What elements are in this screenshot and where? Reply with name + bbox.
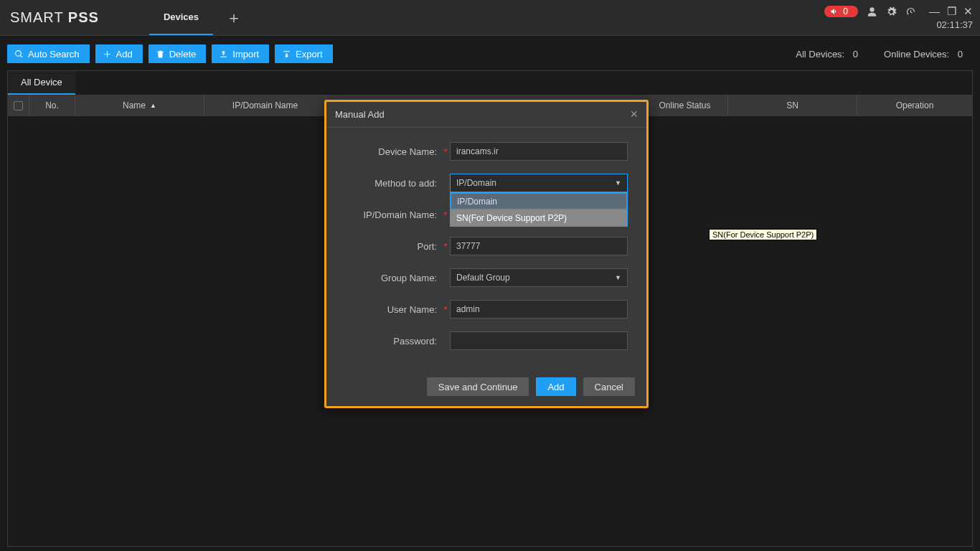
new-tab-button[interactable]: ＋: [226, 7, 242, 29]
sort-asc-icon: ▲: [150, 102, 156, 109]
online-devices-label: Online Devices:: [884, 49, 949, 60]
delete-label: Delete: [169, 49, 197, 60]
label-group: Group Name:: [334, 273, 441, 283]
required-marker: *: [441, 304, 450, 315]
clock: 02:11:37: [936, 19, 973, 30]
method-select[interactable]: IP/Domain ▼: [450, 174, 628, 192]
close-button[interactable]: ✕: [963, 5, 973, 18]
required-marker: *: [441, 146, 450, 157]
col-name-label: Name: [123, 100, 146, 110]
dialog-title: Manual Add: [335, 109, 385, 120]
cancel-button[interactable]: Cancel: [583, 377, 635, 396]
col-name[interactable]: Name▲: [75, 95, 204, 116]
export-label: Export: [296, 49, 323, 60]
alert-badge[interactable]: 0: [824, 6, 858, 17]
row-device-name: Device Name: *: [334, 141, 628, 162]
add-label: Add: [116, 49, 133, 60]
tooltip: SN(For Device Support P2P): [709, 229, 817, 240]
label-user: User Name:: [334, 304, 441, 315]
app-name-part2: PSS: [68, 9, 99, 25]
table-tab-strip: All Device: [7, 70, 973, 95]
row-password: Password: *: [334, 330, 628, 352]
search-icon: [14, 50, 24, 59]
row-group: Group Name: * Default Group ▼: [334, 267, 628, 288]
window-controls: — ❐ ✕: [929, 5, 973, 18]
col-no[interactable]: No.: [29, 95, 75, 116]
import-icon: [219, 50, 228, 59]
group-selected-value: Default Group: [456, 273, 510, 283]
row-port: Port: *: [334, 235, 628, 257]
dropdown-option-sn[interactable]: SN(For Device Support P2P): [451, 209, 627, 226]
all-devices-label: All Devices:: [796, 49, 844, 60]
auto-search-label: Auto Search: [28, 49, 80, 60]
group-select[interactable]: Default Group ▼: [450, 268, 628, 287]
title-bar: SMART PSS Devices ＋ 0 — ❐ ✕ 02:11:37: [0, 0, 980, 36]
dialog-header: Manual Add ×: [326, 102, 646, 128]
minimize-button[interactable]: —: [929, 5, 940, 18]
online-devices-count: 0: [958, 49, 963, 60]
import-label: Import: [232, 49, 259, 60]
maximize-button[interactable]: ❐: [947, 5, 956, 18]
method-dropdown: IP/Domain SN(For Device Support P2P) SN(…: [450, 192, 628, 227]
row-user: User Name: *: [334, 298, 628, 320]
row-method: Method to add: * IP/Domain ▼ IP/Domain S…: [334, 172, 628, 194]
toolbar: Auto Search Add Delete Import Export All…: [7, 42, 973, 66]
col-ip[interactable]: IP/Domain Name: [204, 95, 326, 116]
col-operation[interactable]: Operation: [857, 95, 972, 116]
add-button[interactable]: Add: [95, 44, 143, 63]
all-devices-stat: All Devices: 0: [796, 49, 858, 60]
user-icon[interactable]: [867, 6, 877, 17]
alert-count: 0: [843, 6, 848, 17]
import-button[interactable]: Import: [212, 44, 269, 63]
app-title: SMART PSS: [10, 9, 99, 26]
header-tabs: Devices ＋: [149, 0, 242, 35]
dashboard-icon[interactable]: [905, 6, 916, 17]
add-device-button[interactable]: Add: [536, 377, 575, 396]
port-input[interactable]: [450, 237, 628, 255]
export-icon: [282, 50, 291, 59]
manual-add-dialog: Manual Add × Device Name: * Method to ad…: [324, 100, 649, 408]
plus-icon: [103, 50, 112, 59]
tab-devices[interactable]: Devices: [149, 0, 213, 35]
save-and-continue-button[interactable]: Save and Continue: [427, 377, 529, 396]
checkbox-icon[interactable]: [14, 101, 23, 110]
col-checkbox[interactable]: [8, 95, 29, 116]
label-method: Method to add:: [334, 178, 441, 189]
speaker-icon: [830, 7, 839, 16]
close-icon[interactable]: ×: [630, 107, 638, 122]
app-name-part1: SMART: [10, 9, 63, 25]
label-ip-domain: IP/Domain Name:: [334, 209, 441, 220]
user-name-input[interactable]: [450, 300, 628, 319]
trash-icon: [156, 50, 165, 59]
chevron-down-icon: ▼: [615, 274, 621, 281]
col-sn[interactable]: SN: [728, 95, 857, 116]
device-name-input[interactable]: [450, 142, 628, 161]
label-password: Password:: [334, 336, 441, 347]
chevron-down-icon: ▼: [615, 179, 621, 187]
required-marker: *: [441, 241, 450, 252]
dialog-footer: Save and Continue Add Cancel: [326, 372, 646, 406]
required-marker: *: [441, 209, 450, 220]
tab-all-device[interactable]: All Device: [8, 71, 75, 95]
online-devices-stat: Online Devices: 0: [884, 49, 963, 60]
label-device-name: Device Name:: [334, 146, 441, 157]
export-button[interactable]: Export: [275, 44, 333, 63]
password-input[interactable]: [450, 331, 628, 350]
dropdown-option-ipdomain[interactable]: IP/Domain: [451, 193, 627, 209]
gear-icon[interactable]: [886, 6, 897, 17]
label-port: Port:: [334, 241, 441, 252]
method-selected-value: IP/Domain: [456, 178, 496, 188]
all-devices-count: 0: [853, 49, 858, 60]
delete-button[interactable]: Delete: [149, 44, 207, 63]
col-online[interactable]: Online Status: [642, 95, 728, 116]
auto-search-button[interactable]: Auto Search: [7, 44, 90, 63]
